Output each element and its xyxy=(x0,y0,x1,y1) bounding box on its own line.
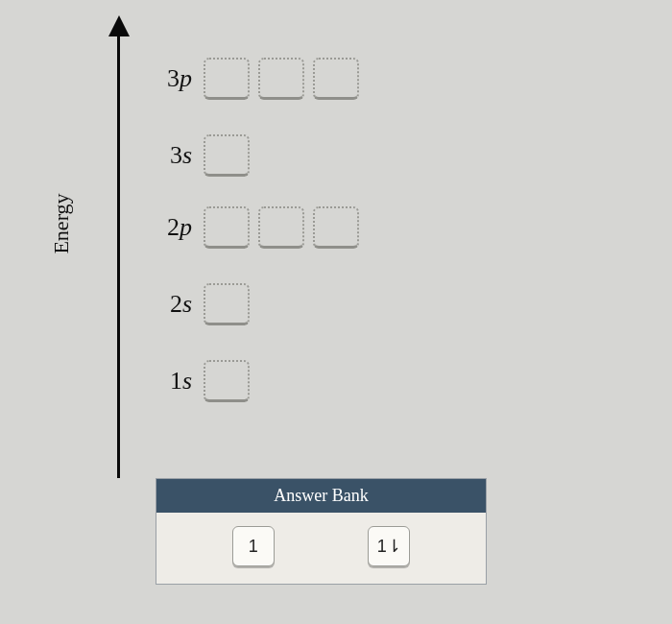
orbital-drop-slot[interactable] xyxy=(258,58,304,100)
orbital-box-group xyxy=(204,283,250,325)
answer-bank-body: 11⇂ xyxy=(156,513,486,584)
orbital-level-label: 3p xyxy=(144,64,192,93)
answer-tile[interactable]: 1 xyxy=(232,526,275,566)
orbital-box-group xyxy=(204,134,250,177)
energy-axis-line xyxy=(117,27,120,478)
orbital-drop-slot[interactable] xyxy=(204,134,250,177)
orbital-drop-slot[interactable] xyxy=(204,58,250,100)
orbital-level-3s: 3s xyxy=(144,134,250,177)
orbital-level-2p: 2p xyxy=(144,206,359,249)
orbital-drop-slot[interactable] xyxy=(204,206,250,249)
orbital-diagram: Energy 3p3s2p2s1s Answer Bank 11⇂ xyxy=(38,19,634,605)
orbital-drop-slot[interactable] xyxy=(204,360,250,402)
answer-bank-title: Answer Bank xyxy=(156,479,486,513)
answer-tile[interactable]: 1⇂ xyxy=(368,526,410,566)
orbital-level-label: 2p xyxy=(144,213,192,242)
orbital-level-label: 3s xyxy=(144,141,192,170)
orbital-level-2s: 2s xyxy=(144,283,250,325)
orbital-drop-slot[interactable] xyxy=(204,283,250,325)
orbital-drop-slot[interactable] xyxy=(258,206,304,249)
orbital-level-1s: 1s xyxy=(144,360,250,402)
orbital-drop-slot[interactable] xyxy=(313,206,359,249)
orbital-level-3p: 3p xyxy=(144,58,359,100)
orbital-box-group xyxy=(204,206,359,249)
orbital-level-label: 1s xyxy=(144,367,192,396)
orbital-box-group xyxy=(204,360,250,402)
orbital-box-group xyxy=(204,58,359,100)
energy-axis-arrowhead-icon xyxy=(108,15,130,36)
orbital-level-label: 2s xyxy=(144,290,192,319)
orbital-drop-slot[interactable] xyxy=(313,58,359,100)
energy-axis-label: Energy xyxy=(49,193,74,253)
answer-bank: Answer Bank 11⇂ xyxy=(156,478,487,585)
